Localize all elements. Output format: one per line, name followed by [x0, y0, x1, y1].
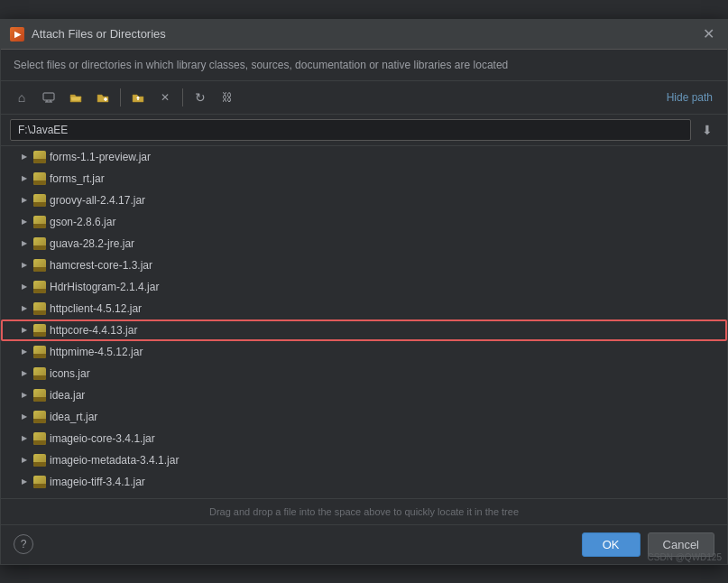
path-download-button[interactable]: ⬇ — [696, 119, 718, 141]
expand-arrow[interactable]: ▶ — [19, 303, 30, 314]
jar-icon — [33, 346, 46, 358]
tree-item[interactable]: ▶forms_rt.jar — [1, 168, 727, 190]
expand-arrow[interactable]: ▶ — [19, 217, 30, 227]
jar-icon — [33, 302, 46, 315]
toolbar-separator-1 — [120, 88, 121, 106]
file-name: httpmime-4.5.12.jar — [50, 346, 143, 358]
file-name: hamcrest-core-1.3.jar — [50, 259, 152, 272]
dialog-title: Attach Files or Directories — [32, 27, 166, 41]
tree-item[interactable]: ▶idea.jar — [1, 384, 727, 406]
app-icon: ▶ — [10, 27, 24, 42]
file-name: imageio-metadata-3.4.1.jar — [50, 454, 179, 467]
dialog-subtitle: Select files or directories in which lib… — [1, 50, 727, 81]
expand-arrow[interactable]: ▶ — [19, 238, 30, 249]
jar-icon — [33, 259, 46, 272]
jar-icon — [33, 389, 46, 402]
expand-arrow[interactable]: ▶ — [19, 173, 30, 184]
tree-item[interactable]: ▶groovy-all-2.4.17.jar — [1, 190, 727, 211]
monitor-button[interactable] — [37, 87, 60, 108]
file-name: gson-2.8.6.jar — [50, 216, 115, 228]
jar-icon — [33, 432, 46, 445]
tree-item[interactable]: ▶HdrHistogram-2.1.4.jar — [1, 276, 727, 298]
folder-up-button[interactable] — [126, 87, 150, 108]
file-name: idea_rt.jar — [50, 411, 97, 423]
jar-icon — [33, 411, 46, 423]
tree-item[interactable]: ▶imageio-metadata-3.4.1.jar — [1, 449, 727, 471]
new-folder-button[interactable] — [91, 87, 115, 108]
file-name: imageio-tiff-3.4.1.jar — [50, 476, 145, 488]
file-name: guava-28.2-jre.jar — [50, 237, 134, 250]
tree-item[interactable]: ▶idea_rt.jar — [1, 406, 727, 428]
toolbar: ⌂ — [1, 81, 727, 115]
svg-rect-0 — [43, 93, 54, 100]
file-name: forms-1.1-preview.jar — [50, 151, 151, 163]
title-bar-left: ▶ Attach Files or Directories — [10, 27, 166, 42]
tree-item[interactable]: ▶imageio-core-3.4.1.jar — [1, 428, 727, 449]
jar-icon — [33, 281, 46, 293]
tree-item[interactable]: ▶hamcrest-core-1.3.jar — [1, 254, 727, 276]
tree-item[interactable]: ▶httpclient-4.5.12.jar — [1, 298, 727, 319]
toolbar-separator-2 — [182, 88, 183, 106]
jar-icon — [33, 151, 46, 163]
file-name: forms_rt.jar — [50, 172, 105, 185]
file-name: HdrHistogram-2.1.4.jar — [50, 281, 159, 293]
expand-arrow[interactable]: ▶ — [19, 368, 30, 379]
file-name: httpcore-4.4.13.jar — [50, 324, 137, 337]
watermark: CSDN @QWD125 — [648, 552, 722, 562]
toolbar-left: ⌂ — [10, 87, 239, 108]
dialog-footer: ? OK Cancel — [1, 524, 727, 564]
expand-arrow[interactable]: ▶ — [19, 260, 30, 271]
jar-icon — [33, 454, 46, 467]
file-name: idea.jar — [50, 389, 85, 402]
file-name: groovy-all-2.4.17.jar — [50, 194, 145, 207]
close-button[interactable]: ✕ — [699, 25, 718, 43]
link-button[interactable]: ⛓ — [216, 87, 239, 108]
expand-arrow[interactable]: ▶ — [19, 152, 30, 162]
hide-path-button[interactable]: Hide path — [661, 89, 718, 106]
help-button[interactable]: ? — [14, 534, 33, 554]
expand-arrow[interactable]: ▶ — [19, 195, 30, 206]
file-name: httpclient-4.5.12.jar — [50, 302, 142, 315]
tree-item[interactable]: ▶forms-1.1-preview.jar — [1, 146, 727, 168]
tree-item[interactable]: ▶gson-2.8.6.jar — [1, 211, 727, 233]
delete-button[interactable]: ✕ — [153, 87, 177, 108]
title-bar: ▶ Attach Files or Directories ✕ — [1, 20, 727, 50]
jar-icon — [33, 172, 46, 185]
file-name: imageio-core-3.4.1.jar — [50, 432, 155, 445]
refresh-button[interactable]: ↻ — [189, 87, 212, 108]
jar-icon — [33, 194, 46, 207]
tree-item[interactable]: ▶httpmime-4.5.12.jar — [1, 341, 727, 363]
file-tree[interactable]: ▶forms-1.1-preview.jar▶forms_rt.jar▶groo… — [1, 146, 727, 498]
file-name: icons.jar — [50, 367, 90, 380]
drag-hint: Drag and drop a file into the space abov… — [1, 498, 727, 524]
jar-icon — [33, 237, 46, 250]
tree-item[interactable]: ▶imageio-tiff-3.4.1.jar — [1, 471, 727, 493]
attach-files-dialog: ▶ Attach Files or Directories ✕ Select f… — [0, 19, 728, 565]
open-folder-button[interactable] — [64, 87, 88, 108]
tree-item[interactable]: ▶httpcore-4.4.13.jar — [1, 319, 727, 341]
expand-arrow[interactable]: ▶ — [19, 282, 30, 292]
jar-icon — [33, 216, 46, 228]
expand-arrow[interactable]: ▶ — [19, 390, 30, 401]
home-button[interactable]: ⌂ — [10, 87, 33, 108]
jar-icon — [33, 324, 46, 337]
tree-item[interactable]: ▶icons.jar — [1, 363, 727, 384]
ok-button[interactable]: OK — [582, 532, 640, 557]
expand-arrow[interactable]: ▶ — [19, 412, 30, 422]
expand-arrow[interactable]: ▶ — [19, 347, 30, 357]
jar-icon — [33, 367, 46, 380]
expand-arrow[interactable]: ▶ — [19, 433, 30, 444]
jar-icon — [33, 476, 46, 488]
path-input[interactable] — [10, 119, 691, 141]
path-bar: ⬇ — [1, 115, 727, 146]
expand-arrow[interactable]: ▶ — [19, 477, 30, 487]
tree-item[interactable]: ▶guava-28.2-jre.jar — [1, 233, 727, 254]
expand-arrow[interactable]: ▶ — [19, 325, 30, 336]
expand-arrow[interactable]: ▶ — [19, 455, 30, 466]
